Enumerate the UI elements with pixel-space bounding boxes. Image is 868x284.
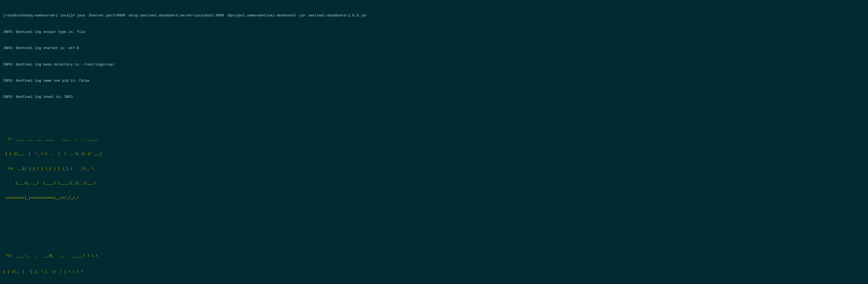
sentinel-log-3: INFO: Sentinel log base directory is: /r… [3, 62, 865, 67]
ascii-line-5: =========|_|===========|__/=/_/_/_/ [3, 196, 865, 200]
command-line: [root@rocketmq-nameserver1 local]# java … [3, 13, 865, 18]
ascii-line-2: ( ( )\___ | '_ \ | _ | | _ \| || |/ ___| [3, 151, 865, 156]
ascii-line-3: \\/ __)| |_) | | |_| | | |_) | ` |\__ \ [3, 166, 865, 171]
sentinel-log-4: INFO: Sentinel log name use pid is: fals… [3, 78, 865, 84]
sentinel-log-2: INFO: Sentinel log charset is: utf-8 [3, 45, 865, 51]
blank-line-2 [3, 221, 865, 227]
command-text: [root@rocketmq-nameserver1 local]# java … [3, 13, 367, 18]
blank-line-1 [3, 111, 865, 116]
terminal-window: [root@rocketmq-nameserver1 local]# java … [0, 0, 868, 284]
ascii-art-block: /\ ____ __ __ ____ ____ _ _ _____ ( ( )\… [3, 127, 865, 210]
sentinel-log-5: INFO: Sentinel log level is: INFO [3, 94, 865, 100]
ascii-line-1: /\ ____ __ __ ____ ____ _ _ _____ [3, 137, 865, 142]
ascii-art-actual: /\\ ____'._ _ ___O_ __ . _____\ \ \ \ ( … [3, 243, 865, 284]
ascii-line-4: ' |___/|_.__/ |____/ |____/|_|\_ ||___/ [3, 181, 865, 186]
sentinel-log-1: INFO: Sentinel log output type is: file [3, 29, 865, 35]
